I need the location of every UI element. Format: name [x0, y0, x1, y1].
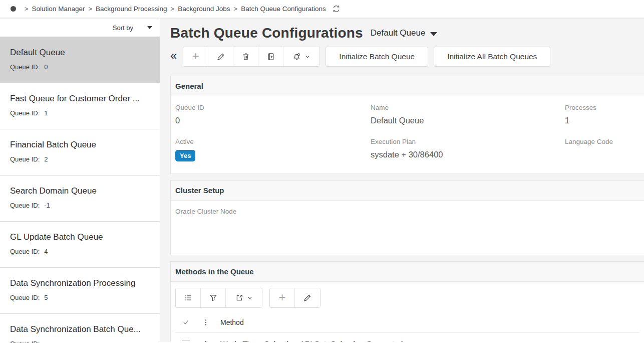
queue-selector-value: Default Queue	[371, 28, 426, 38]
general-section-title: General	[171, 76, 644, 96]
column-menu-icon[interactable]	[196, 318, 215, 326]
select-all-control[interactable]	[175, 318, 196, 326]
field-name: Name Default Queue	[371, 104, 565, 127]
chevron-down-icon	[430, 32, 437, 36]
table-row[interactable]: Work_Time_Calendar_API.Set_Calendar_Gene…	[175, 332, 639, 342]
row-checkbox[interactable]	[182, 340, 190, 342]
field-value: Default Queue	[371, 116, 565, 127]
row-menu-icon[interactable]	[196, 340, 215, 342]
table-view-group	[175, 288, 262, 308]
chevron-down-icon	[304, 54, 310, 60]
list-icon	[184, 294, 192, 302]
field-oracle-cluster-node: Oracle Cluster Node	[175, 208, 639, 231]
field-label: Oracle Cluster Node	[175, 208, 639, 215]
cluster-setup-section-title: Cluster Setup	[171, 181, 644, 201]
methods-section: Methods in the Queue	[170, 261, 644, 342]
queue-id-label: Queue ID:	[10, 294, 40, 301]
queue-id-value: 5	[44, 294, 48, 301]
breadcrumb-batch-queue-configurations[interactable]: Batch Queue Configurations	[241, 5, 326, 13]
queue-id-value: 1	[44, 109, 48, 117]
breadcrumb-solution-manager[interactable]: Solution Manager	[32, 5, 85, 13]
page-title: Batch Queue Configurations	[170, 25, 363, 41]
field-label: Processes	[565, 104, 639, 111]
queue-name: Search Domain Queue	[10, 186, 152, 196]
home-icon[interactable]	[11, 6, 16, 12]
sidebar-item-fast-queue[interactable]: Fast Queue for Customer Order ... Queue …	[0, 83, 160, 129]
sort-caret-icon	[147, 26, 152, 29]
initialize-all-batch-queues-button[interactable]: Initialize All Batch Queues	[434, 47, 550, 67]
queue-id-value: 2	[44, 155, 48, 163]
trash-icon	[242, 53, 250, 61]
field-label: Execution Plan	[371, 138, 565, 145]
queue-id-label: Queue ID:	[10, 155, 40, 163]
queue-id-label: Queue ID:	[10, 340, 40, 343]
field-value: 0	[175, 116, 371, 127]
field-execution-plan: Execution Plan sysdate + 30/86400	[371, 138, 565, 161]
breadcrumb-separator: >	[234, 5, 238, 13]
chevron-down-icon	[247, 295, 253, 301]
sort-by-control[interactable]: Sort by	[0, 19, 160, 37]
breadcrumb-separator: >	[25, 5, 29, 13]
queue-list-sidebar: Sort by Default Queue Queue ID:0 Fast Qu…	[0, 19, 160, 342]
methods-section-title: Methods in the Queue	[171, 262, 644, 282]
breadcrumb-separator: >	[88, 5, 92, 13]
field-label: Language Code	[565, 138, 639, 145]
breadcrumb-bar: > Solution Manager > Background Processi…	[0, 0, 644, 19]
edit-method-button[interactable]	[295, 288, 320, 307]
checkmark-icon	[182, 318, 190, 326]
field-value: sysdate + 30/86400	[371, 150, 565, 161]
breadcrumb-separator: >	[171, 5, 175, 13]
sidebar-item-data-sync-batch-queue[interactable]: Data Synchronization Batch Que... Queue …	[0, 314, 160, 343]
sidebar-item-search-domain-queue[interactable]: Search Domain Queue Queue ID:-1	[0, 176, 160, 222]
export-menu-button[interactable]	[226, 288, 262, 307]
funnel-icon	[209, 294, 217, 302]
queue-id-value: 4	[44, 248, 48, 255]
notify-menu-button[interactable]	[283, 47, 319, 66]
field-processes: Processes 1	[565, 104, 639, 127]
edit-button[interactable]	[208, 47, 233, 66]
add-button[interactable]: +	[183, 47, 208, 66]
sidebar-item-financial-batch-queue[interactable]: Financial Batch Queue Queue ID:2	[0, 129, 160, 176]
add-method-button[interactable]: +	[270, 288, 295, 307]
cluster-setup-section: Cluster Setup Oracle Cluster Node	[170, 180, 644, 255]
queue-id-value: 0	[44, 63, 48, 71]
field-language-code: Language Code	[565, 138, 639, 161]
delete-button[interactable]	[233, 47, 258, 66]
status-badge: Yes	[175, 150, 195, 161]
plus-icon: +	[192, 50, 199, 62]
field-queue-id: Queue ID 0	[175, 104, 371, 127]
list-view-button[interactable]	[176, 288, 201, 307]
journal-plus-icon	[267, 53, 275, 61]
field-label: Active	[175, 138, 371, 145]
column-header-method[interactable]: Method	[215, 318, 244, 326]
duplicate-button[interactable]	[258, 47, 283, 66]
breadcrumb-background-processing[interactable]: Background Processing	[96, 5, 167, 13]
general-section: General Queue ID 0 Name Default Queue Pr…	[170, 76, 644, 174]
sidebar-item-default-queue[interactable]: Default Queue Queue ID:0	[0, 37, 160, 83]
queue-name: GL Update Batch Queue	[10, 232, 152, 242]
queue-id-label: Queue ID:	[10, 202, 40, 209]
queue-name: Data Synchronization Processing	[10, 278, 152, 288]
queue-selector-dropdown[interactable]: Default Queue	[371, 28, 438, 38]
export-icon	[235, 294, 243, 302]
breadcrumb-background-jobs[interactable]: Background Jobs	[178, 5, 230, 13]
filter-button[interactable]	[201, 288, 226, 307]
sort-by-label: Sort by	[113, 24, 133, 32]
queue-name: Financial Batch Queue	[10, 140, 152, 150]
queue-id-value: -1	[44, 202, 50, 209]
queue-id-label: Queue ID:	[10, 248, 40, 255]
table-header-row: Method	[175, 312, 639, 332]
queue-id-label: Queue ID:	[10, 109, 40, 117]
field-label: Queue ID	[175, 104, 371, 111]
sidebar-item-gl-update-batch-queue[interactable]: GL Update Batch Queue Queue ID:4	[0, 222, 160, 268]
table-edit-group: +	[269, 288, 320, 308]
pencil-icon	[217, 53, 225, 61]
field-value	[175, 220, 639, 231]
queue-id-label: Queue ID:	[10, 63, 40, 71]
refresh-icon[interactable]	[332, 5, 341, 13]
method-cell: Work_Time_Calendar_API.Set_Calendar_Gene…	[215, 339, 412, 342]
collapse-panel-icon[interactable]: «	[170, 50, 177, 64]
sidebar-item-data-sync-processing[interactable]: Data Synchronization Processing Queue ID…	[0, 268, 160, 314]
pencil-icon	[303, 294, 311, 302]
initialize-batch-queue-button[interactable]: Initialize Batch Queue	[326, 47, 428, 67]
